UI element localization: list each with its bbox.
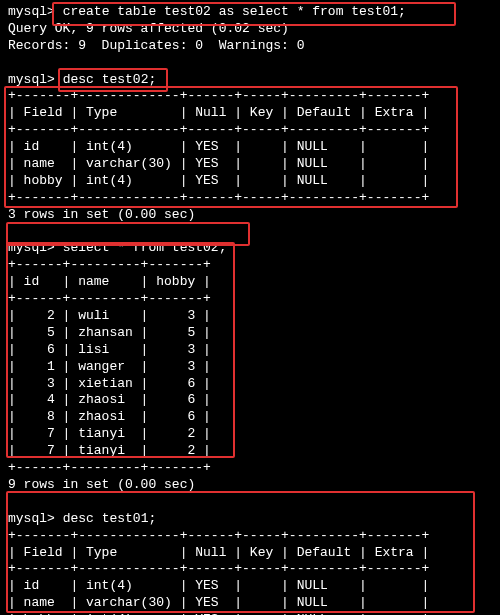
table-header: | id | name | hobby | xyxy=(8,274,492,291)
prompt-line[interactable]: mysql> create table test02 as select * f… xyxy=(8,4,492,21)
result-line: Records: 9 Duplicates: 0 Warnings: 0 xyxy=(8,38,492,55)
table-row: | 7 | tianyi | 2 | xyxy=(8,443,492,460)
table-border: +-------+-------------+------+-----+----… xyxy=(8,122,492,139)
prompt-line[interactable]: mysql> desc test02; xyxy=(8,72,492,89)
command: desc test01; xyxy=(63,511,157,526)
table-row: | 2 | wuli | 3 | xyxy=(8,308,492,325)
table-row: | hobby | int(4) | YES | | NULL | | xyxy=(8,173,492,190)
table-row: | 8 | zhaosi | 6 | xyxy=(8,409,492,426)
table-border: +------+---------+-------+ xyxy=(8,291,492,308)
prompt-line[interactable]: mysql> select * from test02; xyxy=(8,240,492,257)
table-header: | Field | Type | Null | Key | Default | … xyxy=(8,105,492,122)
table-border: +-------+-------------+------+-----+----… xyxy=(8,561,492,578)
prompt: mysql> xyxy=(8,240,55,255)
table-row: | 4 | zhaosi | 6 | xyxy=(8,392,492,409)
table-row: | 7 | tianyi | 2 | xyxy=(8,426,492,443)
result-line: 9 rows in set (0.00 sec) xyxy=(8,477,492,494)
prompt-line[interactable]: mysql> desc test01; xyxy=(8,511,492,528)
table-row: | name | varchar(30) | YES | | NULL | | xyxy=(8,595,492,612)
table-row: | 5 | zhansan | 5 | xyxy=(8,325,492,342)
prompt: mysql> xyxy=(8,4,55,19)
blank-line xyxy=(8,55,492,72)
table-border: +-------+-------------+------+-----+----… xyxy=(8,88,492,105)
table-border: +------+---------+-------+ xyxy=(8,460,492,477)
blank-line xyxy=(8,494,492,511)
table-border: +-------+-------------+------+-----+----… xyxy=(8,528,492,545)
blank-line xyxy=(8,224,492,241)
table-row: | 3 | xietian | 6 | xyxy=(8,376,492,393)
table-row: | id | int(4) | YES | | NULL | | xyxy=(8,578,492,595)
table-row: | name | varchar(30) | YES | | NULL | | xyxy=(8,156,492,173)
prompt: mysql> xyxy=(8,511,55,526)
table-row: | 1 | wanger | 3 | xyxy=(8,359,492,376)
command: select * from test02; xyxy=(63,240,227,255)
table-header: | Field | Type | Null | Key | Default | … xyxy=(8,545,492,562)
command: create table test02 as select * from tes… xyxy=(63,4,406,19)
table-border: +-------+-------------+------+-----+----… xyxy=(8,190,492,207)
prompt: mysql> xyxy=(8,72,55,87)
table-border: +------+---------+-------+ xyxy=(8,257,492,274)
table-row: | id | int(4) | YES | | NULL | | xyxy=(8,139,492,156)
result-line: Query OK, 9 rows affected (0.02 sec) xyxy=(8,21,492,38)
command: desc test02; xyxy=(63,72,157,87)
result-line: 3 rows in set (0.00 sec) xyxy=(8,207,492,224)
terminal-output: mysql> create table test02 as select * f… xyxy=(0,0,500,615)
table-row: | 6 | lisi | 3 | xyxy=(8,342,492,359)
